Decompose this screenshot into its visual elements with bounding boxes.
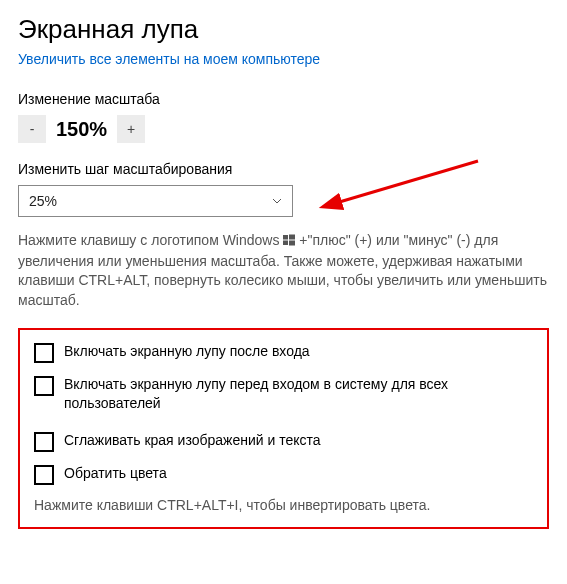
- keyboard-hint: Нажмите клавишу с логотипом Windows +"пл…: [18, 231, 548, 310]
- page-title: Экранная лупа: [18, 14, 549, 45]
- label-start-after-signin: Включать экранную лупу после входа: [64, 342, 310, 361]
- zoom-out-button[interactable]: -: [18, 115, 46, 143]
- zoom-step-label: Изменить шаг масштабирования: [18, 161, 549, 177]
- checkbox-start-after-signin[interactable]: [34, 343, 54, 363]
- svg-rect-3: [283, 241, 288, 246]
- chevron-down-icon: [270, 194, 284, 208]
- zoom-step-dropdown[interactable]: 25%: [18, 185, 293, 217]
- checkbox-smooth-edges[interactable]: [34, 432, 54, 452]
- enlarge-everything-link[interactable]: Увеличить все элементы на моем компьютер…: [18, 51, 320, 67]
- label-start-before-signin: Включать экранную лупу перед входом в си…: [64, 375, 533, 413]
- zoom-step-value: 25%: [29, 193, 57, 209]
- label-invert-colors: Обратить цвета: [64, 464, 167, 483]
- zoom-level-label: Изменение масштаба: [18, 91, 549, 107]
- svg-rect-1: [283, 235, 288, 240]
- invert-colors-hint: Нажмите клавиши CTRL+ALT+I, чтобы инверт…: [34, 497, 533, 513]
- options-group-annotation: Включать экранную лупу после входа Включ…: [18, 328, 549, 529]
- zoom-value: 150%: [56, 118, 107, 141]
- label-smooth-edges: Сглаживать края изображений и текста: [64, 431, 321, 450]
- windows-logo-icon: [283, 232, 295, 252]
- checkbox-start-before-signin[interactable]: [34, 376, 54, 396]
- checkbox-invert-colors[interactable]: [34, 465, 54, 485]
- zoom-in-button[interactable]: +: [117, 115, 145, 143]
